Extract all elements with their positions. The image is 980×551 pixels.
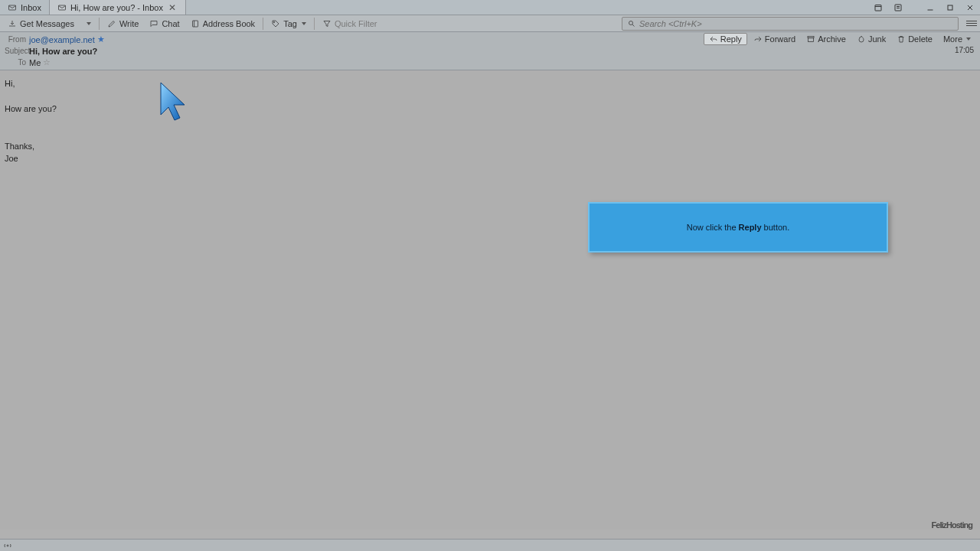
tag-button[interactable]: Tag <box>266 18 311 30</box>
chevron-down-icon <box>966 37 971 41</box>
close-window-button[interactable] <box>961 1 979 15</box>
subject-label: Subject <box>5 47 26 55</box>
svg-rect-8 <box>948 5 952 10</box>
message-time: 17:05 <box>955 46 974 54</box>
svg-line-15 <box>632 24 635 27</box>
tab-strip: Inbox Hi, How are you? - Inbox ✕ <box>0 0 980 15</box>
reply-icon <box>709 34 718 44</box>
star-icon[interactable]: ★ <box>97 34 105 44</box>
button-label: Chat <box>162 19 179 28</box>
search-placeholder: Search <Ctrl+K> <box>639 19 702 28</box>
message-actions: Reply Forward Archive Junk Delete More <box>704 33 975 45</box>
close-tab-icon[interactable]: ✕ <box>167 2 178 13</box>
write-button[interactable]: Write <box>103 18 143 30</box>
pencil-icon <box>107 19 116 28</box>
chat-button[interactable]: Chat <box>145 18 184 30</box>
archive-button[interactable]: Archive <box>802 33 851 45</box>
to-value: Me <box>29 58 41 67</box>
watermark: FelizHosting <box>932 506 972 534</box>
search-icon <box>627 19 636 28</box>
svg-point-13 <box>273 21 275 23</box>
main-toolbar: Get Messages Write Chat Address Book <box>0 15 980 32</box>
maximize-button[interactable] <box>941 1 959 15</box>
tag-icon <box>271 19 280 28</box>
reply-button[interactable]: Reply <box>704 33 747 45</box>
svg-rect-17 <box>808 38 814 42</box>
forward-button[interactable]: Forward <box>749 33 800 45</box>
svg-point-18 <box>7 545 8 546</box>
button-label: Junk <box>868 34 886 44</box>
svg-rect-1 <box>58 5 65 10</box>
subject-value: Hi, How are you? <box>29 47 97 56</box>
svg-point-14 <box>629 21 633 24</box>
button-label: Delete <box>908 34 933 44</box>
message-body: Hi, How are you? Thanks, Joe <box>0 70 980 530</box>
button-label: Archive <box>818 34 846 44</box>
mail-open-icon <box>57 3 67 12</box>
status-bar <box>0 539 980 551</box>
flame-icon <box>857 34 866 44</box>
tasks-button[interactable] <box>889 1 907 15</box>
minimize-button[interactable] <box>921 1 939 15</box>
button-label: Tag <box>283 19 297 28</box>
search-input[interactable]: Search <Ctrl+K> <box>622 17 959 31</box>
button-label: Address Book <box>203 19 255 28</box>
get-messages-button[interactable]: Get Messages <box>3 18 79 30</box>
get-messages-dropdown[interactable] <box>80 21 96 27</box>
address-book-button[interactable]: Address Book <box>186 18 260 30</box>
tab-message[interactable]: Hi, How are you? - Inbox ✕ <box>49 0 186 15</box>
app-window: Inbox Hi, How are you? - Inbox ✕ <box>0 0 980 551</box>
chat-icon <box>149 19 158 28</box>
mail-icon <box>8 3 17 12</box>
quick-filter-button[interactable]: Quick Filter <box>318 18 382 30</box>
button-label: Reply <box>720 34 742 44</box>
svg-rect-0 <box>9 5 16 10</box>
button-label: Write <box>119 19 139 28</box>
status-icon <box>3 541 12 550</box>
from-value[interactable]: joe@example.net <box>29 35 95 44</box>
delete-button[interactable]: Delete <box>892 33 937 45</box>
chevron-down-icon <box>302 22 306 25</box>
button-label: More <box>943 34 962 44</box>
svg-rect-2 <box>875 5 881 11</box>
archive-icon <box>806 34 815 44</box>
download-icon <box>8 19 17 28</box>
chevron-down-icon <box>87 22 91 25</box>
from-label: From <box>5 35 26 44</box>
forward-icon <box>753 34 763 44</box>
button-label: Get Messages <box>20 19 74 28</box>
hamburger-menu-button[interactable] <box>966 21 977 26</box>
callout-pre: Now click the <box>687 223 739 232</box>
calendar-button[interactable] <box>869 1 887 15</box>
message-header: From joe@example.net ★ Subject Hi, How a… <box>0 32 980 70</box>
instruction-callout: Now click the Reply button. <box>588 202 888 253</box>
filter-icon <box>322 19 332 28</box>
svg-rect-11 <box>192 21 198 27</box>
callout-bold: Reply <box>739 223 762 232</box>
tab-inbox[interactable]: Inbox <box>0 0 49 15</box>
star-outline-icon[interactable]: ☆ <box>43 57 51 67</box>
junk-button[interactable]: Junk <box>852 33 890 45</box>
callout-post: button. <box>762 223 790 232</box>
to-label: To <box>5 58 26 67</box>
button-label: Quick Filter <box>335 19 377 28</box>
trash-icon <box>897 34 906 44</box>
book-icon <box>191 19 200 28</box>
tab-label: Hi, How are you? - Inbox <box>70 3 163 12</box>
button-label: Forward <box>765 34 795 44</box>
tab-label: Inbox <box>21 3 41 12</box>
cursor-icon <box>157 80 188 128</box>
more-button[interactable]: More <box>939 33 975 45</box>
